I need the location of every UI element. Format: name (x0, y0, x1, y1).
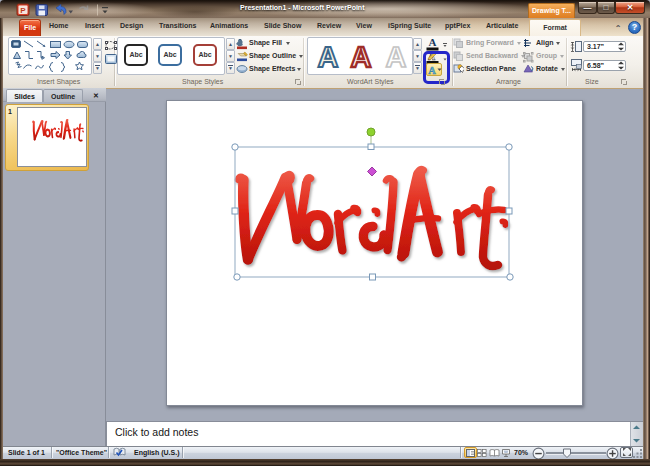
svg-text:A: A (318, 41, 339, 73)
svg-text:A: A (386, 41, 407, 73)
svg-text:P: P (20, 6, 26, 15)
svg-text:A: A (429, 37, 437, 48)
svg-text:A: A (351, 41, 372, 73)
